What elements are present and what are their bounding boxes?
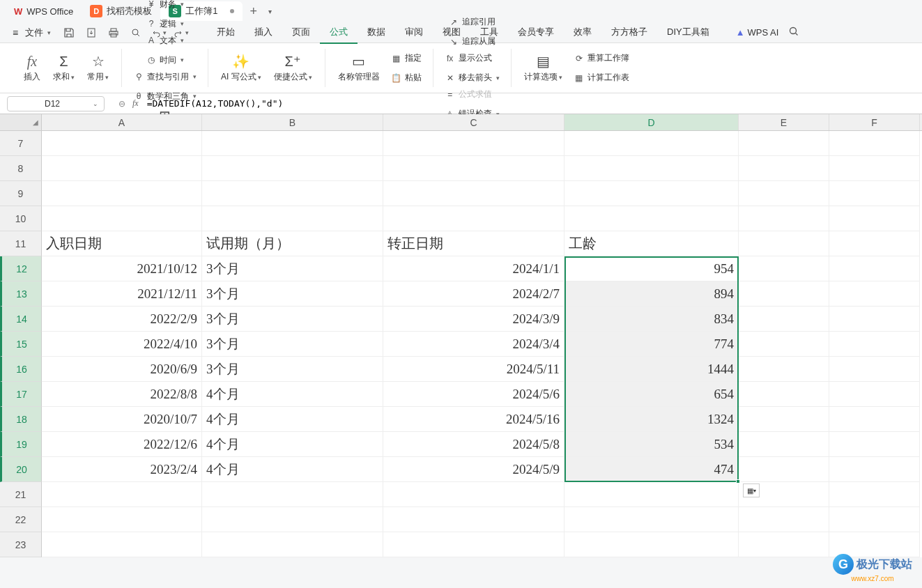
lookup-functions-button[interactable]: ⚲查找与引用▾ [129,68,201,85]
cell-B7[interactable] [202,131,383,156]
define-name-button[interactable]: ▦指定 [387,50,426,67]
trace-dependents-button[interactable]: ↘追踪从属 [444,33,500,50]
cell-A8[interactable] [42,156,202,181]
cell-C7[interactable] [383,131,564,156]
row-header-21[interactable]: 21 [0,482,42,507]
menu-tab-11[interactable]: DIY工具箱 [657,22,719,44]
cell-B21[interactable] [202,482,383,507]
cell-D12[interactable]: 954 [564,256,739,281]
menu-tab-5[interactable]: 审阅 [395,22,433,44]
row-header-19[interactable]: 19 [0,432,42,457]
menu-tab-9[interactable]: 效率 [564,22,601,44]
cell-E18[interactable] [739,407,829,432]
trace-precedents-button[interactable]: ↗追踪引用 [444,14,500,31]
cell-A14[interactable]: 2022/2/9 [42,307,202,332]
cell-A17[interactable]: 2022/8/8 [42,382,202,407]
menu-tab-4[interactable]: 数据 [358,22,395,44]
cell-E17[interactable] [739,382,829,407]
row-header-18[interactable]: 18 [0,407,42,432]
cell-B13[interactable]: 3个月 [202,281,383,307]
calc-sheet-button[interactable]: ▦计算工作表 [569,70,633,86]
row-header-11[interactable]: 11 [0,231,42,256]
tab-menu-button[interactable]: ▾ [264,8,276,15]
cell-F13[interactable] [829,281,920,307]
menu-tab-0[interactable]: 开始 [207,22,245,44]
cell-E13[interactable] [739,281,829,307]
cell-B23[interactable] [202,532,383,557]
insert-function-button[interactable]: fx 插入 [18,50,46,86]
cell-D9[interactable] [564,181,739,206]
select-all-corner[interactable]: ◢ [0,114,42,130]
cell-F14[interactable] [829,307,920,332]
row-header-7[interactable]: 7 [0,131,42,156]
cell-C17[interactable]: 2024/5/6 [383,382,564,407]
recalc-workbook-button[interactable]: ⟳重算工作簿 [569,50,633,67]
cell-D7[interactable] [564,131,739,156]
cell-B15[interactable]: 3个月 [202,332,383,357]
menu-tab-10[interactable]: 方方格子 [601,22,657,44]
row-header-13[interactable]: 13 [0,281,42,307]
logic-functions-button[interactable]: ?逻辑▾ [141,15,188,32]
cell-C9[interactable] [383,181,564,206]
cell-C20[interactable]: 2024/5/9 [383,457,564,482]
cell-C14[interactable]: 2024/3/9 [383,307,564,332]
cell-D17[interactable]: 654 [564,382,739,407]
cell-A11[interactable]: 入职日期 [42,231,202,256]
tab-wps-office[interactable]: W WPS Office [6,1,82,21]
cell-A20[interactable]: 2023/2/4 [42,457,202,482]
cell-D13[interactable]: 894 [564,281,739,307]
cell-C22[interactable] [383,507,564,532]
fx-icon[interactable]: fx [132,98,139,109]
cell-D21[interactable] [564,482,739,507]
cell-E11[interactable] [739,231,829,256]
cell-D8[interactable] [564,156,739,181]
cell-A22[interactable] [42,507,202,532]
cell-F8[interactable] [829,156,920,181]
cell-C16[interactable]: 2024/5/11 [383,357,564,382]
cancel-formula-button[interactable]: ⊖ [118,99,125,109]
cell-A15[interactable]: 2022/4/10 [42,332,202,357]
cell-B22[interactable] [202,507,383,532]
cell-E15[interactable] [739,332,829,357]
cell-B8[interactable] [202,156,383,181]
cell-F17[interactable] [829,382,920,407]
cell-C19[interactable]: 2024/5/8 [383,432,564,457]
cell-D22[interactable] [564,507,739,532]
cell-F7[interactable] [829,131,920,156]
row-header-12[interactable]: 12 [0,256,42,281]
show-formulas-button[interactable]: fx显示公式 [440,50,504,67]
cell-B19[interactable]: 4个月 [202,432,383,457]
row-header-22[interactable]: 22 [0,507,42,532]
row-header-20[interactable]: 20 [0,457,42,482]
cell-F21[interactable] [829,482,920,507]
cell-B11[interactable]: 试用期（月） [202,231,383,256]
cell-F9[interactable] [829,181,920,206]
cell-A21[interactable] [42,482,202,507]
col-header-B[interactable]: B [202,114,383,130]
quick-formula-button[interactable]: Σ⁺ 便捷公式▾ [268,50,318,86]
row-header-16[interactable]: 16 [0,357,42,382]
common-functions-button[interactable]: ☆ 常用▾ [82,50,114,86]
cell-D19[interactable]: 534 [564,432,739,457]
cell-C8[interactable] [383,156,564,181]
print-button[interactable] [104,24,123,41]
cell-C21[interactable] [383,482,564,507]
cell-D16[interactable]: 1444 [564,357,739,382]
cell-E16[interactable] [739,357,829,382]
row-header-9[interactable]: 9 [0,181,42,206]
col-header-A[interactable]: A [42,114,202,130]
text-functions-button[interactable]: A文本▾ [141,32,188,49]
cell-E23[interactable] [739,532,829,557]
cell-D15[interactable]: 774 [564,332,739,357]
row-header-10[interactable]: 10 [0,206,42,231]
cell-C12[interactable]: 2024/1/1 [383,256,564,281]
datetime-functions-button[interactable]: ◷时间▾ [141,52,188,68]
save-button[interactable] [59,24,79,41]
col-header-D[interactable]: D [564,114,739,130]
cell-C10[interactable] [383,206,564,231]
cell-E14[interactable] [739,307,829,332]
row-header-17[interactable]: 17 [0,382,42,407]
cell-E9[interactable] [739,181,829,206]
cell-F15[interactable] [829,332,920,357]
cell-D14[interactable]: 834 [564,307,739,332]
